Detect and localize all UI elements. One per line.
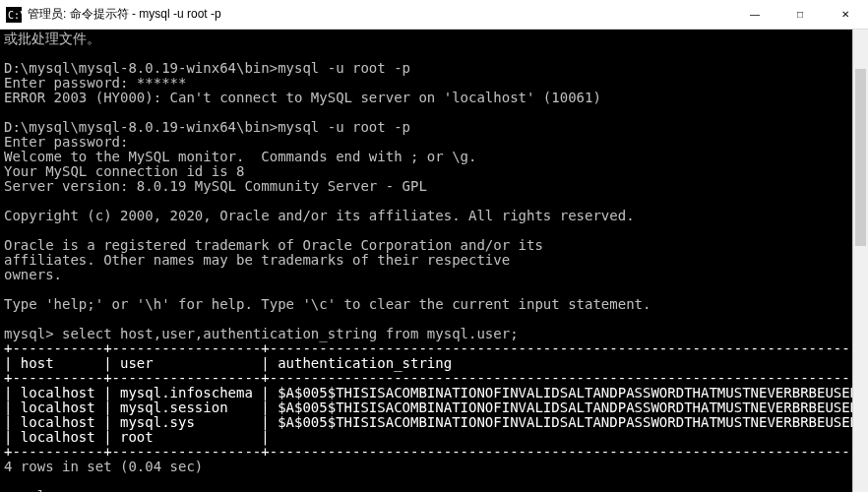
table-divider: +-----------+------------------+--------… — [4, 444, 868, 460]
window-controls: — □ ✕ — [732, 0, 868, 29]
output-line: D:\mysql\mysql-8.0.19-winx64\bin>mysql -… — [4, 119, 410, 135]
table-row: | localhost | mysql.sys | $A$005$THISISA… — [4, 414, 868, 430]
cmd-icon: C:\ — [6, 7, 22, 23]
output-line: affiliates. Other names may be trademark… — [4, 252, 510, 268]
output-line: Enter password: — [4, 134, 128, 150]
scroll-thumb[interactable] — [855, 69, 866, 246]
titlebar[interactable]: C:\ 管理员: 命令提示符 - mysql -u root -p — □ ✕ — [0, 0, 868, 30]
close-button[interactable]: ✕ — [823, 0, 868, 29]
table-row: | localhost | mysql.session | $A$005$THI… — [4, 400, 868, 415]
table-divider: +-----------+------------------+--------… — [4, 340, 868, 356]
output-line: D:\mysql\mysql-8.0.19-winx64\bin>mysql -… — [4, 60, 410, 76]
output-line: Type 'help;' or '\h' for help. Type '\c'… — [4, 296, 651, 312]
table-header: | host | user | authentication_string | — [4, 355, 868, 371]
table-row: | localhost | mysql.infoschema | $A$005$… — [4, 385, 868, 400]
output-line: Copyright (c) 2000, 2020, Oracle and/or … — [4, 208, 635, 223]
output-line: ERROR 2003 (HY000): Can't connect to MyS… — [4, 90, 601, 105]
output-line: Your MySQL connection id is 8 — [4, 163, 244, 179]
output-line: Welcome to the MySQL monitor. Commands e… — [4, 149, 476, 164]
maximize-button[interactable]: □ — [777, 0, 823, 29]
rows-in-set: 4 rows in set (0.04 sec) — [4, 459, 203, 474]
query-line: mysql> select host,user,authentication_s… — [4, 326, 519, 341]
window-title: 管理员: 命令提示符 - mysql -u root -p — [28, 6, 732, 23]
svg-text:C:\: C:\ — [8, 10, 22, 21]
terminal-output[interactable]: 或批处理文件。 D:\mysql\mysql-8.0.19-winx64\bin… — [0, 30, 868, 492]
output-line: Server version: 8.0.19 MySQL Community S… — [4, 178, 427, 194]
mysql-prompt: mysql> — [4, 488, 54, 492]
output-line: Enter password: ****** — [4, 75, 186, 91]
output-line: 或批处理文件。 — [4, 31, 100, 46]
minimize-button[interactable]: — — [732, 0, 777, 29]
table-divider: +-----------+------------------+--------… — [4, 370, 868, 386]
table-row: | localhost | root | | — [4, 429, 868, 445]
output-line: Oracle is a registered trademark of Orac… — [4, 237, 543, 253]
output-line: owners. — [4, 267, 62, 282]
scrollbar[interactable] — [852, 30, 868, 492]
